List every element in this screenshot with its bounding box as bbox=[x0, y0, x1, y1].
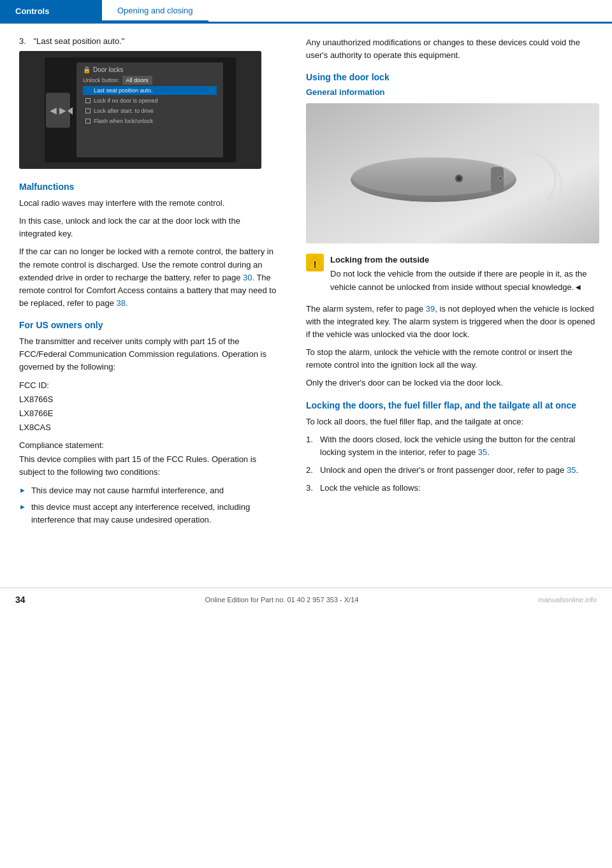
checkbox-4 bbox=[85, 119, 91, 124]
warning-title: Locking from the outside bbox=[330, 254, 597, 266]
door-handle-image bbox=[306, 103, 599, 243]
locking-step-2: 2. Unlock and open the driver's or front… bbox=[306, 464, 597, 477]
bullet-arrow-2: ► bbox=[19, 502, 26, 512]
fcc-id-label: FCC ID: bbox=[19, 379, 278, 392]
mal-para-2: In this case, unlock and lock the car at… bbox=[19, 215, 278, 240]
mal-link-38[interactable]: 38 bbox=[117, 298, 126, 308]
mal-para-3: If the car can no longer be locked with … bbox=[19, 245, 278, 310]
using-door-lock-heading: Using the door lock bbox=[306, 72, 597, 82]
locking-step-1: 1. With the doors closed, lock the vehic… bbox=[306, 433, 597, 459]
step-1-link[interactable]: 35 bbox=[478, 447, 487, 457]
main-content: 3. "Last seat position auto." 🔒 Door loc… bbox=[0, 24, 612, 543]
alarm-para-2: To stop the alarm, unlock the vehicle wi… bbox=[306, 346, 597, 372]
menu-item-3-label: Lock after start. to drive bbox=[94, 108, 154, 114]
step-1-part1: With the doors closed, lock the vehicle … bbox=[320, 435, 575, 457]
menu-item-4: Flash when lock/unlock bbox=[83, 117, 217, 126]
menu-item-4-label: Flash when lock/unlock bbox=[94, 118, 153, 124]
svg-point-9 bbox=[499, 177, 502, 180]
alarm-para-3: Only the driver's door can be locked via… bbox=[306, 377, 597, 389]
page-header: Controls Opening and closing bbox=[0, 0, 612, 23]
forus-para-1: The transmitter and receiver units compl… bbox=[19, 335, 278, 373]
mal-para-1: Local radio waves may interfere with the… bbox=[19, 197, 278, 210]
alarm-link-39[interactable]: 39 bbox=[426, 304, 435, 314]
fcc-id-3: LX8CAS bbox=[19, 421, 278, 434]
unauthorized-para: Any unauthorized modifications or change… bbox=[306, 36, 597, 62]
tab-controls-label: Controls bbox=[15, 6, 49, 16]
step-3-header: 3. "Last seat position auto." bbox=[19, 36, 278, 46]
unlock-all-btn: All doors bbox=[122, 76, 152, 85]
mal-p3-part1: If the car can no longer be locked with … bbox=[19, 247, 273, 282]
locking-steps: 1. With the doors closed, lock the vehic… bbox=[306, 433, 597, 495]
general-info-heading: General information bbox=[306, 87, 597, 97]
step-3-num: 3. bbox=[19, 36, 26, 46]
bullet-item-2: ► this device must accept any interferen… bbox=[19, 501, 278, 526]
unlock-label: Unlock button: bbox=[83, 77, 120, 83]
fcc-id-1: LX8766S bbox=[19, 393, 278, 406]
checkbox-3 bbox=[85, 108, 91, 113]
mal-link-30[interactable]: 30 bbox=[243, 273, 252, 282]
step-3-text-right: Lock the vehicle as follows: bbox=[320, 482, 421, 495]
bullet-list: ► This device may not cause harmful inte… bbox=[19, 484, 278, 526]
tab-opening-closing-label: Opening and closing bbox=[117, 6, 193, 15]
footer-info: Online Edition for Part no. 01 40 2 957 … bbox=[205, 596, 358, 604]
menu-item-2-label: Lock if no door is opened bbox=[94, 98, 158, 104]
bullet-arrow-1: ► bbox=[19, 485, 26, 496]
door-locks-title: Door locks bbox=[93, 66, 123, 73]
footer-watermark: manualsonline.info bbox=[538, 596, 597, 604]
svg-point-5 bbox=[457, 177, 461, 180]
arrow-left-indicator bbox=[65, 107, 73, 115]
forus-heading: For US owners only bbox=[19, 320, 278, 330]
tab-opening-closing[interactable]: Opening and closing bbox=[102, 0, 208, 22]
warning-content: Locking from the outside Do not lock the… bbox=[330, 254, 597, 293]
malfunctions-heading: Malfunctions bbox=[19, 182, 278, 192]
bullet-item-1: ► This device may not cause harmful inte… bbox=[19, 484, 278, 497]
compliance-para: This device complies with part 15 of the… bbox=[19, 453, 278, 479]
step-1-text: With the doors closed, lock the vehicle … bbox=[320, 433, 597, 459]
compliance-label: Compliance statement: bbox=[19, 439, 278, 452]
menu-item-3: Lock after start. to drive bbox=[83, 106, 217, 115]
svg-text:!: ! bbox=[314, 259, 317, 270]
step-2-part1: Unlock and open the driver's or front pa… bbox=[320, 465, 567, 475]
locking-step-3: 3. Lock the vehicle as follows: bbox=[306, 482, 597, 495]
door-locks-screenshot: 🔒 Door locks Unlock button: All doors La… bbox=[19, 51, 261, 169]
bullet-text-2: this device must accept any interference… bbox=[31, 501, 278, 526]
step-num-1: 1. bbox=[306, 433, 320, 446]
svg-point-2 bbox=[352, 157, 515, 196]
checkbox-2 bbox=[85, 98, 91, 103]
page-footer: 34 Online Edition for Part no. 01 40 2 9… bbox=[0, 588, 612, 611]
unlock-row: Unlock button: All doors bbox=[83, 76, 217, 85]
menu-item-2: Lock if no door is opened bbox=[83, 96, 217, 105]
screen-inner: 🔒 Door locks Unlock button: All doors La… bbox=[76, 62, 223, 157]
fcc-id-2: LX8766E bbox=[19, 407, 278, 420]
menu-item-1-label: Last seat position auto. bbox=[94, 87, 153, 94]
step-2-text: Unlock and open the driver's or front pa… bbox=[320, 464, 578, 477]
warning-icon: ! bbox=[306, 254, 324, 271]
locking-heading: Locking the doors, the fuel filler flap,… bbox=[306, 400, 597, 410]
screen-bg: 🔒 Door locks Unlock button: All doors La… bbox=[45, 57, 236, 163]
door-handle-svg bbox=[306, 103, 599, 243]
alarm-p1-part1: The alarm system, refer to page bbox=[306, 304, 426, 314]
step-1-part2: . bbox=[487, 447, 490, 457]
mal-p3-part3: . bbox=[126, 298, 128, 308]
locking-para: To lock all doors, the fuel filler flap,… bbox=[306, 416, 597, 428]
left-column: 3. "Last seat position auto." 🔒 Door loc… bbox=[0, 24, 293, 543]
step-num-3: 3. bbox=[306, 482, 320, 495]
right-column: Any unauthorized modifications or change… bbox=[293, 24, 612, 543]
alarm-para-1: The alarm system, refer to page 39, is n… bbox=[306, 303, 597, 341]
warning-box: ! Locking from the outside Do not lock t… bbox=[306, 254, 597, 293]
step-2-link[interactable]: 35 bbox=[567, 465, 576, 475]
step-num-2: 2. bbox=[306, 464, 320, 477]
step-2-part2: . bbox=[576, 465, 578, 475]
checkbox-1 bbox=[85, 88, 91, 93]
footer-page-num: 34 bbox=[15, 595, 26, 605]
screen-title-bar: 🔒 Door locks bbox=[83, 66, 217, 73]
menu-item-1: Last seat position auto. bbox=[83, 86, 217, 95]
warning-text: Do not lock the vehicle from the outside… bbox=[330, 268, 597, 293]
tab-controls[interactable]: Controls bbox=[0, 0, 102, 22]
step-3-text: "Last seat position auto." bbox=[33, 36, 124, 46]
bullet-text-1: This device may not cause harmful interf… bbox=[31, 484, 224, 497]
